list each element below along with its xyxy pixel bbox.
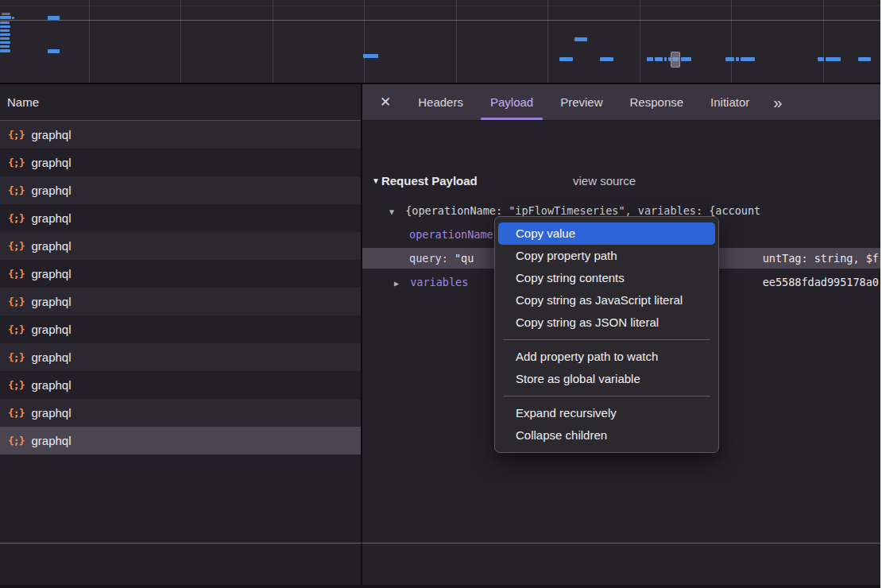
view-source-link[interactable]: view source (573, 174, 636, 188)
menu-item-copy-string-contents[interactable]: Copy string contents (495, 267, 718, 289)
expander-down-icon[interactable]: ▼ (389, 207, 394, 216)
request-timing-bar (826, 57, 841, 61)
json-braces-icon: {;} (8, 268, 24, 280)
request-name-label: graphql (31, 406, 71, 420)
overview-gridline (640, 0, 640, 83)
tab-response[interactable]: Response (630, 84, 684, 120)
json-braces-icon: {;} (8, 323, 24, 335)
tab-label: Response (630, 95, 684, 109)
request-timing-bar (363, 54, 378, 58)
window-bottom-edge (0, 585, 882, 588)
section-expander-icon[interactable]: ▼ (372, 176, 380, 185)
request-timing-bar (600, 57, 613, 61)
menu-item-collapse-children[interactable]: Collapse children (495, 424, 718, 447)
request-row-graphql[interactable]: {;}graphql (0, 288, 361, 315)
tab-label: Payload (490, 95, 533, 109)
request-payload-section[interactable]: ▼ Request Payload view source (372, 168, 478, 192)
more-tabs-icon[interactable]: » (773, 95, 782, 110)
network-overview-timeline[interactable] (0, 0, 882, 84)
request-name-label: graphql (31, 267, 71, 280)
request-row-graphql[interactable]: {;}graphql (0, 371, 361, 399)
detail-tab-bar: ✕ HeadersPayloadPreviewResponseInitiator… (362, 84, 880, 121)
request-timing-bar (725, 57, 734, 61)
network-summary-bar-right (362, 543, 880, 588)
overview-gridline (547, 0, 548, 83)
request-row-graphql[interactable]: {;}graphql (0, 204, 361, 232)
overview-gridline (823, 0, 824, 83)
overview-gridline (364, 0, 365, 83)
request-timing-bar (2, 13, 10, 15)
network-summary-bar-left (0, 543, 362, 588)
request-row-graphql[interactable]: {;}graphql (0, 315, 361, 343)
menu-item-expand-recursively[interactable]: Expand recursively (495, 402, 718, 424)
request-timing-bar (0, 16, 11, 19)
overview-gridline (89, 0, 90, 83)
request-timing-bar (12, 17, 14, 19)
request-timing-bar (559, 57, 573, 61)
overview-gridline (273, 0, 273, 83)
request-name-label: graphql (31, 239, 71, 253)
request-timing-bar (0, 25, 10, 28)
column-header-name[interactable]: Name (0, 84, 361, 121)
menu-separator (503, 339, 710, 340)
json-braces-icon: {;} (8, 379, 24, 391)
menu-item-copy-string-as-json-literal[interactable]: Copy string as JSON literal (495, 311, 718, 334)
context-menu: Copy valueCopy property pathCopy string … (494, 216, 719, 453)
request-row-graphql[interactable]: {;}graphql (0, 121, 361, 149)
tab-headers[interactable]: Headers (418, 84, 463, 120)
tab-initiator[interactable]: Initiator (710, 84, 749, 120)
json-braces-icon: {;} (8, 435, 24, 447)
json-braces-icon: {;} (8, 240, 24, 252)
property-value-start: "qu (455, 252, 474, 265)
overview-gridline (180, 0, 181, 83)
root-preview-text: {operationName: "ipFlowTimeseries", vari… (405, 204, 760, 217)
menu-item-copy-string-as-javascript-literal[interactable]: Copy string as JavaScript literal (495, 289, 718, 311)
menu-item-store-as-global-variable[interactable]: Store as global variable (495, 368, 718, 390)
property-value-clipped-end: untTag: string, $f (763, 248, 879, 269)
json-braces-icon: {;} (8, 184, 24, 196)
request-name-label: graphql (31, 378, 71, 392)
request-timing-bar (0, 21, 10, 24)
menu-item-copy-value[interactable]: Copy value (498, 222, 715, 245)
json-braces-icon: {;} (8, 407, 24, 419)
tab-label: Preview (560, 95, 602, 109)
tab-payload[interactable]: Payload (490, 84, 533, 120)
menu-separator (503, 396, 710, 397)
request-timing-bar (647, 57, 653, 61)
tab-label: Headers (418, 95, 463, 109)
request-table: Name {;}graphql{;}graphql{;}graphql{;}gr… (0, 84, 362, 542)
request-timing-bar (0, 29, 10, 32)
request-timing-bar (0, 33, 10, 36)
property-value-clipped-end: ee5588fdad995178a0 (763, 272, 879, 292)
close-icon[interactable]: ✕ (380, 95, 391, 109)
request-name-label: graphql (31, 295, 71, 308)
request-timing-bar (681, 57, 691, 61)
request-row-graphql[interactable]: {;}graphql (0, 232, 361, 260)
menu-item-add-property-path-to-watch[interactable]: Add property path to watch (495, 346, 718, 368)
property-key: operationName (409, 228, 493, 241)
request-row-graphql[interactable]: {;}graphql (0, 149, 361, 176)
tab-preview[interactable]: Preview (560, 84, 602, 120)
request-name-label: graphql (31, 184, 71, 197)
request-name-label: graphql (31, 128, 71, 141)
key-separator: : (442, 252, 455, 265)
section-title: Request Payload (381, 174, 478, 188)
overview-ruler-line (0, 6, 882, 6)
request-name-label: graphql (31, 434, 71, 447)
request-timing-bar (0, 37, 10, 40)
menu-item-copy-property-path[interactable]: Copy property path (495, 245, 718, 267)
request-name-label: graphql (31, 323, 71, 336)
request-row-graphql[interactable]: {;}graphql (0, 427, 361, 455)
request-timing-bar (48, 49, 60, 53)
request-row-graphql[interactable]: {;}graphql (0, 176, 361, 204)
request-row-graphql[interactable]: {;}graphql (0, 399, 361, 427)
request-row-graphql[interactable]: {;}graphql (0, 343, 361, 371)
json-braces-icon: {;} (8, 129, 24, 141)
expander-right-icon[interactable]: ▶ (394, 279, 399, 288)
request-timing-bar (736, 57, 739, 61)
request-timing-bar (574, 37, 587, 41)
request-row-graphql[interactable]: {;}graphql (0, 260, 361, 288)
request-timing-bar (0, 49, 10, 52)
overview-gridline (731, 0, 732, 83)
property-key: query (409, 252, 442, 265)
